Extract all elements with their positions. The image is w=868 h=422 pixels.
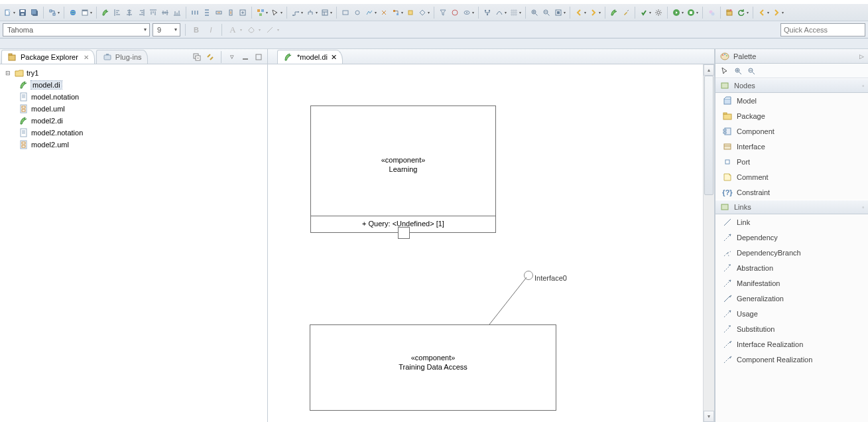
palette-item-interface[interactable]: Interface: [715, 139, 868, 154]
zoom-fit-icon[interactable]: [553, 7, 564, 18]
papyrus-arrow-icon-2[interactable]: [609, 7, 619, 18]
tree-connector-icon[interactable]: [482, 7, 493, 18]
palette-item-abstraction[interactable]: Abstraction: [715, 260, 868, 275]
tool-misc-3[interactable]: [364, 7, 375, 18]
scroll-up-icon[interactable]: ▴: [704, 64, 714, 76]
link-editor-icon[interactable]: [206, 52, 215, 62]
palette-item-component-realization[interactable]: Component Realization: [715, 352, 868, 367]
zoom-in-icon[interactable]: [529, 7, 540, 18]
back-icon[interactable]: [574, 7, 584, 18]
maximize-icon[interactable]: [254, 52, 263, 62]
palette-item-component[interactable]: Component: [715, 123, 868, 139]
team-synch-icon[interactable]: [706, 7, 717, 18]
layout-icon[interactable]: [320, 7, 330, 18]
palette-item-substitution[interactable]: Substitution: [715, 321, 868, 336]
diagram-canvas[interactable]: «component» Learning + Query: <Undefined…: [268, 64, 714, 422]
palette-item-usage[interactable]: Usage: [715, 306, 868, 321]
bold-button[interactable]: B: [190, 24, 202, 36]
tool-misc-1[interactable]: [340, 7, 351, 18]
palette-item-comment[interactable]: Comment: [715, 169, 868, 184]
save-all-icon[interactable]: [29, 7, 40, 18]
drawer-links[interactable]: Links ◦: [715, 200, 868, 214]
drawer-pin-icon[interactable]: ◦: [862, 204, 864, 210]
validate-icon[interactable]: [639, 7, 649, 18]
marquee-zoom-in-icon[interactable]: [733, 66, 743, 76]
drawer-pin-icon[interactable]: ◦: [862, 83, 864, 89]
palette-item-model[interactable]: Model: [715, 93, 868, 108]
distribute-v-icon[interactable]: [202, 7, 212, 18]
tool-misc-2[interactable]: [352, 7, 363, 18]
fill-color-button[interactable]: [245, 24, 257, 36]
distribute-h-icon[interactable]: [190, 7, 200, 18]
tab-plugins[interactable]: Plug-ins: [96, 50, 148, 64]
tool-misc-4[interactable]: [379, 7, 389, 18]
new-package-icon[interactable]: [724, 7, 735, 18]
nav-left-icon[interactable]: [757, 7, 767, 18]
palette-item-package[interactable]: Package: [715, 108, 868, 123]
palette-item-port[interactable]: Port: [715, 154, 868, 169]
palette-item-constraint[interactable]: {?}Constraint: [715, 184, 868, 200]
run-icon[interactable]: [671, 7, 682, 18]
tree-file[interactable]: model2.uml: [1, 139, 266, 151]
globe-icon[interactable]: [68, 7, 78, 18]
tree-file[interactable]: model2.di: [1, 115, 266, 127]
match-width-icon[interactable]: [214, 7, 224, 18]
auto-size-icon[interactable]: [237, 7, 248, 18]
pointer-tool-icon[interactable]: [719, 66, 730, 76]
match-height-icon[interactable]: [225, 7, 236, 18]
diagram-icon[interactable]: [47, 7, 58, 18]
component-learning[interactable]: «component» Learning + Query: <Undefined…: [310, 106, 496, 233]
palette-item-manifestation[interactable]: Manifestation: [715, 275, 868, 291]
drawer-nodes[interactable]: Nodes ◦: [715, 78, 868, 93]
vertical-scrollbar[interactable]: ▴ ▾: [703, 64, 714, 422]
minimize-icon[interactable]: [241, 52, 250, 62]
component-training-data-access[interactable]: «component» Training Data Access: [310, 324, 556, 411]
palette-collapse-icon[interactable]: ▷: [859, 53, 864, 60]
forward-icon[interactable]: [588, 7, 599, 18]
nav-right-icon[interactable]: [771, 7, 782, 18]
palette-item-interface-realization[interactable]: Interface Realization: [715, 336, 868, 352]
arrange-icon[interactable]: [255, 7, 266, 18]
font-name-combo[interactable]: Tahoma ▾: [3, 23, 150, 36]
align-top-icon[interactable]: [148, 7, 158, 18]
tree-file[interactable]: model.uml: [1, 103, 266, 115]
view-menu-icon[interactable]: ▿: [227, 52, 237, 62]
close-icon[interactable]: ✕: [84, 54, 89, 61]
ext-tools-icon[interactable]: [686, 7, 696, 18]
gear-icon[interactable]: [653, 7, 664, 18]
window-icon[interactable]: [80, 7, 90, 18]
filter-icon[interactable]: [438, 7, 448, 18]
router-tree-icon[interactable]: [305, 7, 316, 18]
italic-button[interactable]: I: [205, 24, 217, 36]
show-hide-icon[interactable]: [462, 7, 472, 18]
tool-misc-7[interactable]: [417, 7, 428, 18]
palette-item-generalization[interactable]: Generalization: [715, 291, 868, 306]
align-middle-icon[interactable]: [160, 7, 170, 18]
tree-file[interactable]: model2.notation: [1, 127, 266, 139]
refresh-icon[interactable]: [736, 7, 747, 18]
marquee-zoom-out-icon[interactable]: [746, 66, 757, 76]
decorate-icon[interactable]: [450, 7, 460, 18]
palette-item-dependency-branch[interactable]: DependencyBranch: [715, 245, 868, 260]
port[interactable]: [398, 227, 410, 239]
font-size-combo[interactable]: 9 ▾: [153, 23, 180, 36]
scroll-down-icon[interactable]: ▾: [704, 411, 714, 422]
select-tool-icon[interactable]: [270, 7, 280, 18]
palette-item-link[interactable]: Link: [715, 214, 868, 230]
twisty-expanded-icon[interactable]: ⊟: [4, 70, 12, 76]
papyrus-arrow-icon[interactable]: [100, 7, 111, 18]
brush-icon[interactable]: [621, 7, 631, 18]
tool-misc-5[interactable]: [391, 7, 401, 18]
tree-file[interactable]: model.di: [1, 79, 266, 91]
close-icon[interactable]: ✕: [331, 53, 337, 62]
scroll-thumb[interactable]: [704, 76, 713, 195]
font-color-button[interactable]: A: [227, 24, 239, 36]
router-icon[interactable]: [290, 7, 301, 18]
align-center-icon[interactable]: [124, 7, 135, 18]
snap-grid-icon[interactable]: [509, 7, 519, 18]
tool-misc-6[interactable]: [405, 7, 416, 18]
tab-package-explorer[interactable]: Package Explorer ✕: [1, 50, 95, 64]
align-bottom-icon[interactable]: [172, 7, 182, 18]
tree-project[interactable]: ⊟ try1: [1, 67, 266, 79]
save-icon[interactable]: [17, 7, 28, 18]
